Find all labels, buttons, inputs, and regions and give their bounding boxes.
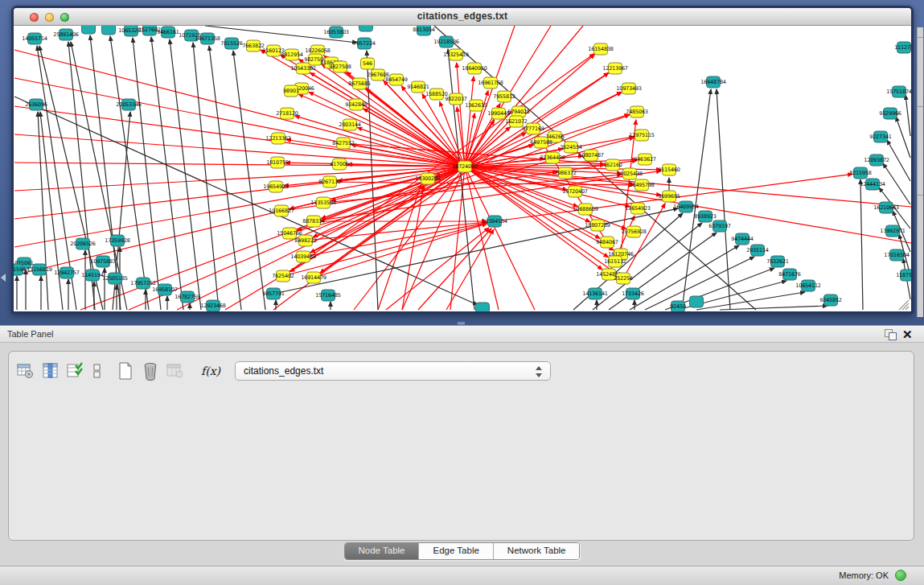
network-node[interactable]: 7957224 [353,38,376,49]
network-node[interactable]: 19384554 [482,216,507,227]
network-node[interactable]: 98901 [283,85,299,97]
network-edge[interactable] [306,222,487,241]
network-node[interactable]: 9463627 [634,154,656,165]
network-node[interactable]: 12444134 [860,179,885,190]
network-node[interactable]: 10654112 [795,280,821,291]
network-node[interactable]: 9115460 [658,164,680,175]
network-node[interactable]: 546 [361,58,375,69]
network-node[interactable]: 25891406 [53,29,79,40]
float-panel-icon[interactable] [885,329,897,340]
network-node[interactable]: 1145194 [81,270,104,281]
network-node[interactable]: 111273 [894,42,911,53]
new-column-icon[interactable] [115,360,136,381]
network-node[interactable]: 8675685 [348,78,371,89]
network-node[interactable]: 16961758 [478,77,503,89]
network-node[interactable]: 19756928 [621,226,647,237]
network-node[interactable]: 9227341 [869,131,892,142]
network-node[interactable]: 8215958 [849,167,872,179]
table-selector-dropdown[interactable]: citations_edges.txt [235,361,551,381]
network-node[interactable]: 10975887 [90,256,116,267]
network-node[interactable]: 14039488 [290,251,316,262]
network-node[interactable]: 13992971 [880,225,906,237]
network-node[interactable]: 21364436 [540,152,565,163]
network-node[interactable]: 2803144 [339,119,361,130]
network-node[interactable]: 9857791 [262,288,285,299]
tab-node-table[interactable]: Node Table [345,543,420,559]
network-node[interactable]: 1362615 [465,100,487,111]
show-columns-icon[interactable] [40,360,61,381]
network-node[interactable]: 92450 [670,301,686,311]
network-node[interactable] [359,26,373,31]
table-settings-icon[interactable] [15,360,36,381]
tab-network-table[interactable]: Network Table [494,543,580,559]
close-panel-icon[interactable]: ✕ [902,328,913,341]
network-node[interactable]: 7485063 [626,106,648,117]
network-node[interactable]: 14136141 [582,288,608,299]
network-node[interactable]: 7832621 [766,256,789,267]
network-node[interactable]: 8267130 [318,176,341,187]
network-node[interactable]: 12923468 [200,300,226,311]
network-node[interactable]: 1810755 [266,157,289,168]
network-canvas[interactable]: 1872400718300295193845547663822916012389… [14,26,911,311]
network-node[interactable]: 7955812 [493,91,515,102]
network-node[interactable]: 162160 [603,159,622,171]
network-node[interactable]: 20053346 [116,99,142,110]
network-node[interactable]: 15716485 [315,290,341,301]
split-view-icon[interactable] [90,360,105,381]
network-node[interactable]: 16053803 [323,27,349,38]
network-window[interactable]: citations_edges.txt 18724007183002951938… [11,6,914,314]
network-node[interactable]: 19654923 [263,181,289,192]
network-node[interactable]: 10688609 [573,204,598,215]
delete-column-icon[interactable] [140,360,161,381]
network-node[interactable]: 16958107 [152,284,178,295]
tab-edge-table[interactable]: Edge Table [419,543,493,559]
network-node[interactable]: 10025438 [617,168,643,179]
network-node[interactable] [82,26,96,34]
network-edge[interactable] [623,204,665,278]
network-node[interactable]: 8878334 [302,216,325,227]
network-node[interactable]: 19166827 [269,205,294,216]
network-node[interactable]: 18640910 [462,63,487,74]
network-node[interactable]: 12975115 [629,130,655,141]
select-columns-icon[interactable] [65,360,86,381]
network-node[interactable]: 8938923 [694,211,717,222]
network-node[interactable]: 9474444 [731,233,754,245]
network-edge[interactable] [310,72,465,167]
network-node[interactable]: 417006 [330,159,349,170]
network-node[interactable]: 12505185 [102,273,128,284]
function-builder-icon[interactable]: f(x) [201,365,220,377]
network-edge[interactable] [309,92,465,167]
network-node[interactable]: 8813054 [413,26,435,35]
network-node[interactable]: 17359928 [105,235,130,246]
network-node[interactable]: 13325419 [443,49,469,60]
network-edge[interactable] [357,127,465,167]
network-node[interactable]: 3624554 [560,142,582,153]
network-node[interactable]: 9822037 [445,93,467,105]
network-node[interactable] [690,296,704,307]
network-node[interactable]: 8471676 [778,269,801,280]
network-node[interactable] [476,303,490,311]
network-node[interactable]: 12213967 [602,63,628,74]
network-node[interactable]: 12093872 [864,154,889,166]
network-node[interactable]: 16782759 [175,291,200,303]
network-node[interactable]: 15751874 [886,86,911,97]
network-node[interactable]: 1187533 [896,270,911,281]
network-node[interactable]: 26495798 [629,179,655,191]
network-node[interactable]: 9329966 [879,108,901,119]
right-panel-splitter[interactable] [917,27,923,317]
network-node[interactable]: 2718120 [276,108,298,119]
network-node[interactable]: 9245852 [819,295,842,306]
network-node[interactable]: 6379197 [708,220,731,232]
network-node[interactable]: 19654923 [625,203,651,214]
network-node[interactable]: 7815526 [220,38,243,49]
network-node[interactable] [102,26,116,35]
network-node[interactable]: 2935114 [746,245,769,256]
network-window-titlebar[interactable]: citations_edges.txt [14,8,911,26]
network-node[interactable]: 16914479 [301,272,326,283]
network-node[interactable]: 19218586 [433,36,459,47]
network-node[interactable]: 252254 [614,273,633,284]
left-splitter-arrow-icon[interactable] [1,274,6,282]
network-node[interactable]: 16648784 [700,76,726,88]
network-node[interactable]: 14055714 [22,33,47,44]
network-edge[interactable] [363,109,465,167]
